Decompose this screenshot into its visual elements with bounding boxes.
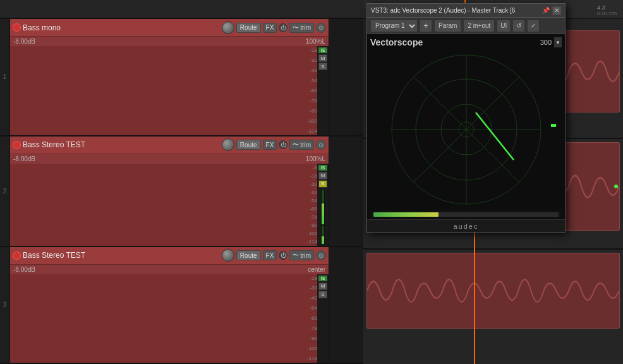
db-label-1: -8.00dB — [13, 38, 35, 45]
record-button-1[interactable] — [13, 23, 21, 32]
track-name-2: Bass Stereo TEST — [23, 140, 220, 149]
arranger-panel: 4.1 0:09.230 4.2 0:10.000 4.3 0:10.765 [… — [363, 0, 623, 364]
vectorscope-svg — [372, 49, 561, 210]
timeline-ruler — [0, 0, 363, 19]
meter-fill — [373, 212, 439, 217]
power-button-2[interactable]: ⏻ — [279, 140, 287, 149]
db-label-3: -8.00dB — [13, 266, 35, 273]
m-btn-1[interactable]: M — [318, 54, 327, 62]
s-btn-2[interactable]: S — [318, 180, 327, 188]
scope-dropdown-btn[interactable]: ▼ — [554, 37, 562, 47]
ruler-mark-3: 4.3 0:10.765 — [597, 4, 617, 16]
program-select[interactable]: Program 1 — [370, 20, 418, 32]
db-label-2: -8.00dB — [13, 155, 35, 162]
ui-button[interactable]: UI — [497, 20, 511, 32]
is-badge-3: IS — [318, 276, 327, 281]
level-meter-2b — [321, 226, 325, 245]
track-info-3: -8.00dB center — [10, 265, 329, 274]
volume-knob-2[interactable] — [222, 138, 234, 151]
route-button-3[interactable]: Route — [236, 250, 261, 260]
bottom-meter — [370, 210, 562, 218]
db-scale-1: -18 -30 -42 -54 -66 -78 -90 -102 -114 — [298, 46, 317, 135]
track-number-3: 3 — [0, 247, 10, 363]
volume-knob-3[interactable] — [222, 249, 234, 262]
track-row-1: 1 Bass mono Route FX ⏻ 〜 trim ⊙ — [0, 19, 363, 136]
db-scale-3: -18 -30 -42 -54 -66 -78 -90 -102 -114 — [298, 274, 317, 363]
vst-title: VST3: adc Vectorscope 2 (Audec) - Master… — [371, 7, 540, 14]
track-info-2: -8.00dB 100%L — [10, 154, 329, 164]
track-name-1: Bass mono — [23, 23, 220, 32]
vst-close-button[interactable]: ✕ — [552, 6, 561, 15]
track-controls-1: Bass mono Route FX ⏻ 〜 trim ⊙ -8.00dB 10… — [10, 19, 329, 135]
vst-content: Vectorscope 300 ▼ — [367, 34, 565, 219]
record-button-3[interactable] — [13, 252, 21, 260]
track-row-2: 2 Bass Stereo TEST Route FX ⏻ 〜 trim ⊙ — [0, 136, 363, 247]
scope-value: 300 — [540, 39, 552, 46]
track-info-1: -8.00dB 100%L — [10, 37, 329, 46]
db-scale-2: -6 -18 -30 -42 -54 -66 -78 -90 -102 -114 — [298, 164, 317, 246]
track-number-2: 2 — [0, 136, 10, 246]
fx-button-3[interactable]: FX — [263, 250, 277, 260]
m-btn-3[interactable]: M — [318, 282, 327, 290]
vst-titlebar: VST3: adc Vectorscope 2 (Audec) - Master… — [367, 4, 565, 18]
track-controls-2: Bass Stereo TEST Route FX ⏻ 〜 trim ⊙ -8.… — [10, 136, 329, 246]
fx-button-2[interactable]: FX — [263, 140, 277, 150]
scope-label: Vectorscope — [370, 37, 540, 47]
meter-column-3: IS M S — [317, 274, 329, 363]
vst-footer: audec — [367, 219, 565, 232]
track-controls-3: Bass Stereo TEST Route FX ⏻ 〜 trim ⊙ -8.… — [10, 247, 329, 363]
track-name-3: Bass Stereo TEST — [23, 251, 220, 260]
trim-button-2[interactable]: 〜 trim — [289, 140, 314, 150]
clock-button-2[interactable]: ⊙ — [316, 140, 326, 150]
track-number-1: 1 — [0, 19, 10, 135]
route-button-1[interactable]: Route — [236, 23, 261, 33]
is-badge-1: IS — [318, 47, 327, 53]
trim-button-3[interactable]: 〜 trim — [289, 250, 314, 260]
waveform-clip-3[interactable] — [366, 253, 620, 329]
check-button[interactable]: ✓ — [527, 20, 540, 32]
param-button[interactable]: Param — [434, 20, 461, 32]
track-body-3: -18 -30 -42 -54 -66 -78 -90 -102 -114 IS… — [10, 274, 329, 363]
power-button-3[interactable]: ⏻ — [279, 251, 287, 260]
svg-rect-10 — [551, 124, 556, 127]
waveform-svg-3 — [367, 253, 619, 328]
m-btn-2[interactable]: M — [318, 172, 327, 179]
track-row-3: 3 Bass Stereo TEST Route FX ⏻ 〜 trim ⊙ — [0, 247, 363, 365]
vectorscope-display — [370, 49, 562, 210]
vst-window: VST3: adc Vectorscope 2 (Audec) - Master… — [366, 3, 566, 233]
track-body-1: -18 -30 -42 -54 -66 -78 -90 -102 -114 IS… — [10, 46, 329, 135]
clock-button-3[interactable]: ⊙ — [316, 250, 326, 260]
volume-knob-1[interactable] — [222, 21, 234, 34]
plus-button[interactable]: + — [420, 20, 432, 32]
track-header-1: Bass mono Route FX ⏻ 〜 trim ⊙ — [10, 19, 329, 37]
io-button[interactable]: 2 in+out — [463, 20, 495, 32]
trim-button-1[interactable]: 〜 trim — [289, 23, 314, 33]
track-panel: 1 Bass mono Route FX ⏻ 〜 trim ⊙ — [0, 0, 363, 364]
track-header-3: Bass Stereo TEST Route FX ⏻ 〜 trim ⊙ — [10, 247, 329, 265]
record-button-2[interactable] — [13, 141, 21, 149]
audec-logo: audec — [454, 222, 479, 230]
level-meter-2 — [321, 189, 325, 225]
fx-button-1[interactable]: FX — [263, 23, 277, 33]
reset-button[interactable]: ↺ — [512, 20, 525, 32]
s-btn-3[interactable]: S — [318, 291, 327, 298]
pan-label-1: 100%L — [306, 38, 325, 45]
track-body-2: -6 -18 -30 -42 -54 -66 -78 -90 -102 -114… — [10, 164, 329, 246]
route-button-2[interactable]: Route — [236, 140, 261, 150]
scope-header: Vectorscope 300 ▼ — [370, 37, 562, 47]
is-badge-2: IS — [318, 165, 327, 171]
meter-column-1: IS M S — [317, 46, 329, 135]
power-button-1[interactable]: ⏻ — [279, 23, 287, 32]
meter-bar — [373, 212, 559, 217]
track-header-2: Bass Stereo TEST Route FX ⏻ 〜 trim ⊙ — [10, 136, 329, 154]
pan-label-3: center — [308, 266, 325, 273]
pan-label-2: 100%L — [306, 155, 325, 162]
vst-toolbar: Program 1 + Param 2 in+out UI ↺ ✓ — [367, 18, 565, 34]
clock-button-1[interactable]: ⊙ — [316, 23, 326, 33]
s-btn-1[interactable]: S — [318, 63, 327, 70]
vst-pin-icon: 📌 — [542, 7, 550, 14]
arranger-zone-3 — [363, 250, 623, 351]
meter-column-2: IS M S — [317, 164, 329, 246]
